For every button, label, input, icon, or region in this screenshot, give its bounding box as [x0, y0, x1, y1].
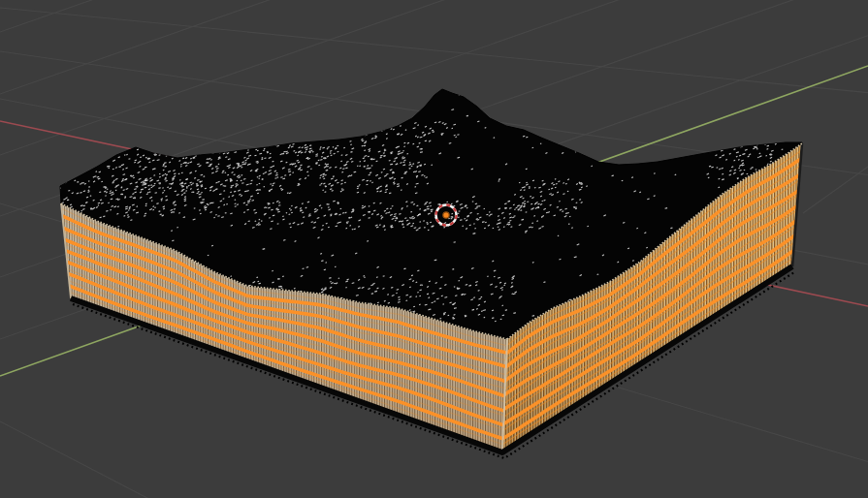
viewport-canvas[interactable] [0, 0, 868, 498]
blender-3d-viewport[interactable] [0, 0, 868, 498]
object-origin-dot [443, 212, 449, 218]
